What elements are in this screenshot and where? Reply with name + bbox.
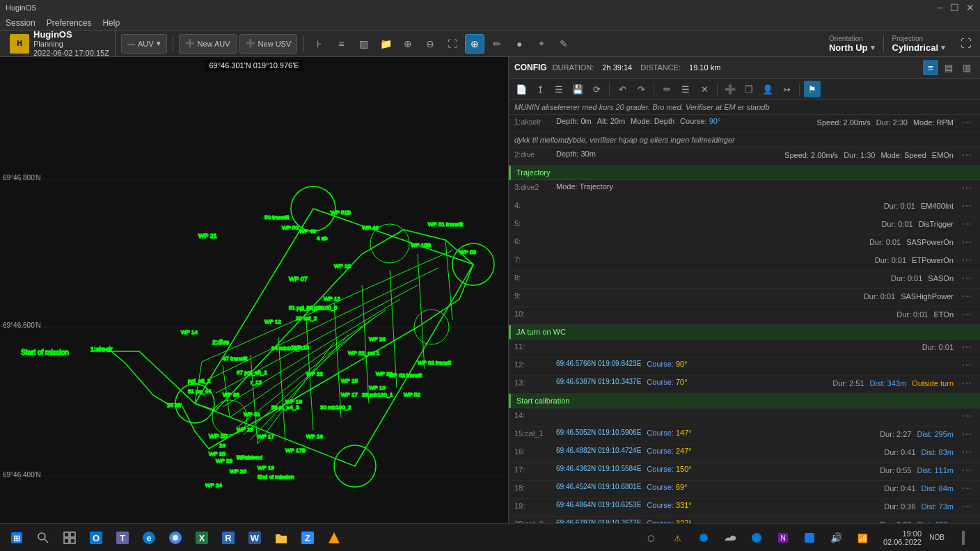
tray-sound[interactable]: 🔊 <box>825 527 847 549</box>
map-area[interactable]: 69°46.301'N 019°10.976'E 69°46.800'N 69°… <box>0 57 508 523</box>
tray-edge2[interactable] <box>745 527 768 549</box>
mission-item-15[interactable]: 15:cal_1 69:46.5052N 019:10.5906E Course… <box>509 426 980 445</box>
zoom-out-button[interactable]: ⊖ <box>420 34 440 54</box>
item-3-menu[interactable]: ⋯ <box>959 182 974 193</box>
taskbar-r[interactable]: R <box>217 527 239 549</box>
orientation-select[interactable]: Orientation North Up <box>829 35 875 53</box>
taskbar-start[interactable]: ⊞ <box>6 527 28 549</box>
mission-item-3[interactable]: 3:dive2 Mode: Trajectory ⋯ <box>509 180 980 198</box>
mission-item-12[interactable]: 12: 69:46.5766N 019:09.8423E Course: 90°… <box>509 358 980 376</box>
mt-grid[interactable]: ☰ <box>551 81 567 97</box>
menu-help[interactable]: Help <box>102 18 120 28</box>
mt-refresh[interactable]: ⟳ <box>588 81 605 97</box>
mission-item-19[interactable]: 19: 69:46.4864N 019:10.6253E Course: 331… <box>509 499 980 517</box>
waypoint-button[interactable]: ⌖ <box>532 34 551 54</box>
mission-item-2[interactable]: 2:dive Depth: 30m Speed: 2.00m/s Dur: 1:… <box>509 147 980 166</box>
mt-import[interactable]: ↣ <box>778 81 795 97</box>
view-compact-icon[interactable]: ▤ <box>941 60 956 75</box>
mission-item-7[interactable]: 7: Dur: 0:01 ETPowerOn ⋯ <box>509 253 980 271</box>
mission-item-9[interactable]: 9: Dur: 0:01 SASHighPower ⋯ <box>509 289 980 307</box>
close-button[interactable]: ✕ <box>966 2 974 13</box>
item-12-menu[interactable]: ⋯ <box>959 360 974 371</box>
mission-item-11[interactable]: 11: Dur: 0:01 ⋯ <box>509 340 980 358</box>
table-button[interactable]: ≡ <box>331 34 351 54</box>
item-19-menu[interactable]: ⋯ <box>959 501 974 512</box>
mission-item-14[interactable]: 14: ⋯ <box>509 408 980 426</box>
tray-lang[interactable]: NOB <box>926 527 948 549</box>
mission-item-1[interactable]: 1:akselr Depth: 0m Alt: 20m Mode: Depth … <box>509 115 980 133</box>
item-9-menu[interactable]: ⋯ <box>959 291 974 302</box>
item-4-menu[interactable]: ⋯ <box>959 200 974 211</box>
tray-network[interactable]: 📶 <box>851 527 874 549</box>
item-8-menu[interactable]: ⋯ <box>959 273 974 284</box>
layers-button[interactable]: ▨ <box>354 34 373 54</box>
mission-item-8[interactable]: 8: Dur: 0:01 SASOn ⋯ <box>509 271 980 289</box>
fit-button[interactable]: ⛶ <box>443 34 462 54</box>
tray-onedrive[interactable] <box>719 527 741 549</box>
item-6-menu[interactable]: ⋯ <box>959 237 974 248</box>
mission-item-10[interactable]: 10: Dur: 0:01 ETOn ⋯ <box>509 307 980 325</box>
taskbar-zoom[interactable]: Z <box>297 527 319 549</box>
mission-item-6[interactable]: 6: Dur: 0:01 SASPowerOn ⋯ <box>509 234 980 253</box>
mission-item-17[interactable]: 17: 69:46.4362N 019:10.5584E Course: 150… <box>509 463 980 481</box>
taskbar-excel[interactable]: X <box>191 527 213 549</box>
item-20-menu[interactable]: ⋯ <box>959 519 974 523</box>
menu-preferences[interactable]: Preferences <box>47 18 92 28</box>
show-desktop[interactable] <box>952 527 974 549</box>
taskbar-teams[interactable]: T <box>111 527 134 549</box>
mission-content[interactable]: 1:akselr Depth: 0m Alt: 20m Mode: Depth … <box>509 115 980 523</box>
folder-button[interactable]: 📁 <box>376 34 395 54</box>
mission-item-18[interactable]: 18: 69:46.4524N 019:10.6801E Course: 69°… <box>509 481 980 499</box>
item-5-menu[interactable]: ⋯ <box>959 218 974 230</box>
mission-item-13[interactable]: 13: 69:46.6387N 019:10.3437E Course: 70°… <box>509 376 980 394</box>
pen-button[interactable]: ✏ <box>487 34 507 54</box>
item-11-menu[interactable]: ⋯ <box>959 342 974 353</box>
crosshair-button[interactable]: ⊕ <box>465 34 484 54</box>
item-10-menu[interactable]: ⋯ <box>959 309 974 320</box>
view-expanded-icon[interactable]: ▥ <box>959 60 974 75</box>
taskbar-vlc[interactable] <box>323 527 345 549</box>
item-1-menu[interactable]: ⋯ <box>959 117 974 128</box>
taskbar-files[interactable] <box>270 527 292 549</box>
mt-export[interactable]: ↥ <box>532 81 548 97</box>
item-7-menu[interactable]: ⋯ <box>959 255 974 266</box>
new-usv-button[interactable]: ➕ New USV <box>239 34 298 54</box>
tray-onenote[interactable]: N <box>772 527 794 549</box>
zoom-in-button[interactable]: ⊕ <box>398 34 418 54</box>
mt-add[interactable]: ➕ <box>722 81 738 97</box>
taskbar-edge[interactable]: e <box>138 527 160 549</box>
taskbar-outlook[interactable]: O <box>85 527 107 549</box>
mt-save[interactable]: 💾 <box>569 81 586 97</box>
item-16-menu[interactable]: ⋯ <box>959 447 974 458</box>
taskbar-chrome[interactable] <box>164 527 187 549</box>
item-18-menu[interactable]: ⋯ <box>959 483 974 494</box>
item-13-menu[interactable]: ⋯ <box>959 378 974 389</box>
tray-browser[interactable] <box>693 527 715 549</box>
mt-user[interactable]: 👤 <box>759 81 776 97</box>
item-17-menu[interactable]: ⋯ <box>959 465 974 476</box>
marker-button[interactable]: ● <box>509 34 529 54</box>
restore-button[interactable]: ☐ <box>950 2 959 13</box>
grid-button[interactable]: ⊦ <box>309 34 329 54</box>
projection-select[interactable]: Projection Cylindrical <box>892 35 945 53</box>
taskbar-search[interactable] <box>32 527 54 549</box>
tray-hugin[interactable] <box>798 527 821 549</box>
mt-delete[interactable]: ✕ <box>696 81 713 97</box>
minimize-button[interactable]: − <box>938 2 943 13</box>
mt-list[interactable]: ☰ <box>677 81 694 97</box>
mission-item-16[interactable]: 16: 69:46.4882N 019:10.4724E Course: 247… <box>509 445 980 463</box>
mt-undo[interactable]: ↶ <box>614 81 631 97</box>
fullscreen-button[interactable]: ⛶ <box>956 34 976 54</box>
mission-item-20[interactable]: 20:cal_2 69:46.6797N 019:10.2677E Course… <box>509 517 980 523</box>
mission-item-4[interactable]: 4: Dur: 0:01 EM400Int ⋯ <box>509 198 980 216</box>
mt-redo[interactable]: ↷ <box>633 81 649 97</box>
mt-flag[interactable]: ⚑ <box>804 81 821 97</box>
taskbar-task-view[interactable] <box>58 527 81 549</box>
tray-bluetooth[interactable]: ⬡ <box>640 527 662 549</box>
mt-new-file[interactable]: 📄 <box>513 81 530 97</box>
menu-session[interactable]: Session <box>6 18 35 28</box>
view-list-icon[interactable]: ≡ <box>923 60 938 75</box>
mt-copy[interactable]: ❐ <box>741 81 757 97</box>
tray-warning[interactable]: ⚠ <box>666 527 688 549</box>
item-15-menu[interactable]: ⋯ <box>959 429 974 440</box>
